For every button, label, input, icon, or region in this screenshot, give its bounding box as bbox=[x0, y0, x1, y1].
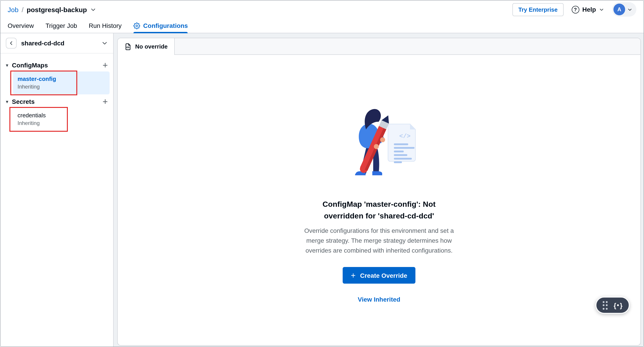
tab-run-history-label: Run History bbox=[89, 22, 122, 29]
app-window: Job / postgresql-backup Try Enterprise ?… bbox=[0, 0, 644, 347]
gear-icon bbox=[134, 22, 140, 29]
nav-tabs: Overview Trigger Job Run History Configu… bbox=[0, 19, 644, 33]
tab-configurations[interactable]: Configurations bbox=[134, 19, 188, 33]
breadcrumb-job-link[interactable]: Job bbox=[8, 6, 18, 13]
avatar: A bbox=[614, 4, 625, 15]
file-code-icon bbox=[124, 43, 132, 50]
grid-dots-icon[interactable] bbox=[603, 301, 608, 309]
section-configmaps-header: ▾ ConfigMaps + bbox=[6, 59, 110, 72]
plus-icon: + bbox=[351, 271, 356, 279]
tab-no-override[interactable]: No override bbox=[118, 38, 175, 55]
content: shared-cd-dcd ▾ ConfigMaps + master bbox=[0, 33, 644, 347]
breadcrumb: Job / postgresql-backup bbox=[8, 6, 96, 13]
secrets-items: credentials Inheriting bbox=[8, 108, 110, 131]
tab-no-override-label: No override bbox=[135, 43, 168, 50]
active-tab-indicator bbox=[134, 32, 188, 33]
tab-trigger-job-label: Trigger Job bbox=[46, 22, 77, 29]
breadcrumb-app-name: postgresql-backup bbox=[27, 6, 87, 13]
svg-text:</>: </> bbox=[399, 133, 410, 140]
section-secrets-title: Secrets bbox=[12, 98, 34, 105]
code-braces-icon[interactable]: {} bbox=[614, 301, 622, 309]
empty-state-illustration: </> bbox=[335, 103, 423, 181]
chevron-down-icon bbox=[628, 7, 632, 12]
override-card: No override </> bbox=[117, 38, 641, 346]
empty-state-title-line2: overridden for 'shared-cd-dcd' bbox=[322, 210, 436, 222]
sidebar-item-master-config[interactable]: master-config Inheriting bbox=[13, 72, 110, 94]
configmaps-items: master-config Inheriting bbox=[8, 72, 110, 94]
create-override-button[interactable]: + Create Override bbox=[343, 267, 415, 284]
empty-state-title-line1: ConfigMap 'master-config': Not bbox=[322, 199, 436, 210]
try-enterprise-button[interactable]: Try Enterprise bbox=[512, 3, 564, 16]
add-configmap-button[interactable]: + bbox=[101, 61, 110, 70]
help-label: Help bbox=[582, 6, 596, 13]
environment-header: shared-cd-dcd bbox=[0, 33, 113, 53]
config-sidebar: shared-cd-dcd ▾ ConfigMaps + master bbox=[0, 33, 114, 347]
chevron-down-icon bbox=[599, 7, 604, 12]
empty-state-title: ConfigMap 'master-config': Not overridde… bbox=[322, 199, 436, 222]
tab-overview-label: Overview bbox=[8, 22, 34, 29]
caret-down-icon[interactable]: ▾ bbox=[6, 99, 8, 104]
view-inherited-link[interactable]: View Inherited bbox=[358, 296, 400, 303]
question-circle-icon: ? bbox=[572, 6, 579, 13]
item-status: Inheriting bbox=[18, 120, 105, 127]
item-name: credentials bbox=[18, 112, 105, 120]
override-tab-strip: No override bbox=[118, 38, 640, 55]
sidebar-item-credentials[interactable]: credentials Inheriting bbox=[13, 108, 110, 131]
breadcrumb-separator: / bbox=[22, 6, 23, 13]
empty-state-description: Override configurations for this environ… bbox=[304, 226, 454, 255]
empty-state: </> bbox=[118, 55, 640, 345]
section-configmaps: ▾ ConfigMaps + master-config Inheriting bbox=[6, 59, 110, 94]
tab-run-history[interactable]: Run History bbox=[89, 19, 122, 33]
item-status: Inheriting bbox=[18, 83, 105, 91]
tab-overview[interactable]: Overview bbox=[8, 19, 34, 33]
create-override-label: Create Override bbox=[360, 272, 407, 279]
help-menu[interactable]: ? Help bbox=[572, 6, 604, 13]
main-area: No override </> bbox=[114, 33, 644, 347]
config-sections: ▾ ConfigMaps + master-config Inheriting bbox=[0, 54, 113, 131]
chevron-down-icon[interactable] bbox=[102, 40, 108, 46]
section-configmaps-title: ConfigMaps bbox=[12, 62, 48, 69]
woman-graphic bbox=[355, 109, 389, 175]
environment-name: shared-cd-dcd bbox=[21, 40, 64, 47]
user-menu[interactable]: A bbox=[612, 2, 636, 17]
caret-down-icon[interactable]: ▾ bbox=[6, 63, 8, 68]
back-button[interactable] bbox=[6, 38, 16, 49]
chevron-down-icon[interactable] bbox=[90, 7, 96, 12]
tab-configurations-label: Configurations bbox=[143, 22, 188, 29]
header-right: Try Enterprise ? Help A bbox=[512, 2, 636, 17]
header: Job / postgresql-backup Try Enterprise ?… bbox=[0, 1, 644, 19]
section-secrets-header: ▾ Secrets + bbox=[6, 95, 110, 108]
section-secrets: ▾ Secrets + credentials Inheriting bbox=[6, 95, 110, 131]
add-secret-button[interactable]: + bbox=[101, 97, 110, 106]
tab-trigger-job[interactable]: Trigger Job bbox=[46, 19, 77, 33]
item-name: master-config bbox=[18, 75, 105, 83]
document-graphic: </> bbox=[388, 124, 416, 163]
floating-toolbar[interactable]: {} bbox=[596, 297, 630, 314]
